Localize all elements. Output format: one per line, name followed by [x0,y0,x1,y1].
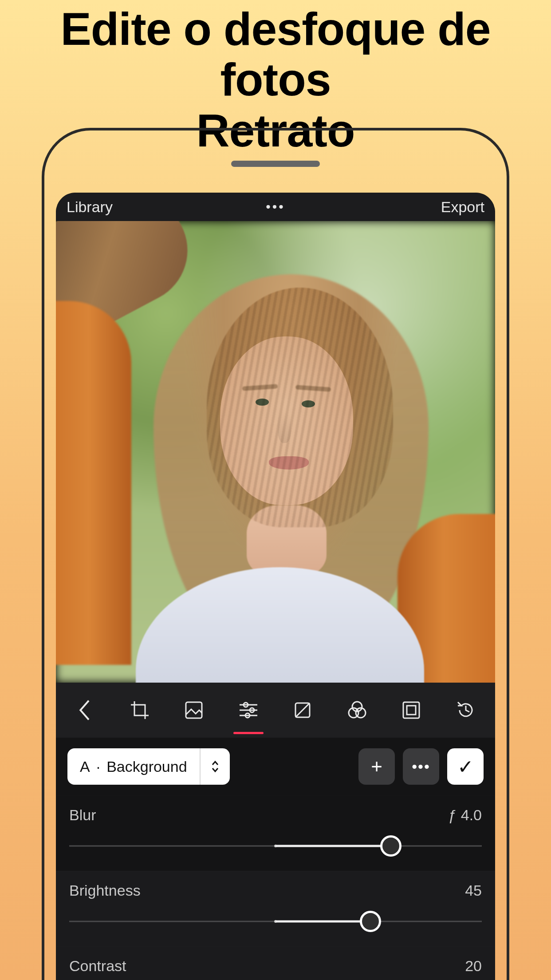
mask-more-button[interactable]: ••• [403,748,439,785]
photo-hair-front [207,288,393,527]
svg-rect-11 [403,702,419,718]
headline-line-1: Edite o desfoque de fotos [60,3,490,105]
more-icon: ••• [412,758,430,775]
export-button[interactable]: Export [441,198,484,216]
slider-value: 20 [465,957,482,975]
confirm-button[interactable]: ✓ [447,748,484,785]
library-button[interactable]: Library [67,198,113,216]
promo-page: Edite o desfoque de fotos Retrato Librar… [0,0,551,980]
crop-tool[interactable] [118,689,161,731]
more-button[interactable]: ••• [266,199,285,214]
slider-thumb[interactable] [360,911,381,932]
mask-switch-button[interactable] [201,759,230,774]
slider-label: Brightness [69,882,141,899]
color-channels-icon [346,699,368,721]
slider-track-brightness[interactable] [69,912,482,931]
adjustment-sliders: Blur ƒ 4.0 Brightness 45 [56,795,495,980]
slider-blur: Blur ƒ 4.0 [56,795,495,871]
slider-fill [276,921,370,923]
image-tool[interactable] [173,689,215,731]
phone-frame: Library ••• Export [42,128,509,980]
photo-preview[interactable] [56,221,495,683]
mask-row: A · Background + ••• [56,738,495,795]
slider-label: Contrast [69,957,126,975]
history-icon [455,699,476,721]
history-tool[interactable] [445,689,487,731]
contrast-tool[interactable] [281,689,324,731]
slider-value: ƒ 4.0 [448,806,482,824]
slider-brightness: Brightness 45 [56,871,495,946]
sliders-icon [238,699,259,721]
adjustments-tool[interactable] [227,689,270,731]
top-bar: Library ••• Export [56,193,495,221]
check-icon: ✓ [457,755,474,778]
slider-track-blur[interactable] [69,836,482,856]
tool-row [56,683,495,738]
chevron-left-icon [78,699,92,721]
mask-selector[interactable]: A · Background [67,748,230,785]
add-mask-button[interactable]: + [358,748,395,785]
color-tool[interactable] [336,689,378,731]
chevron-up-down-icon [210,759,220,774]
frame-tool[interactable] [390,689,433,731]
back-button[interactable] [64,689,106,731]
contrast-icon [292,699,313,721]
mask-name: Background [106,758,187,775]
photo-sleeve-left [56,301,131,665]
svg-rect-12 [407,706,416,715]
crop-icon [129,699,150,721]
app-screen: Library ••• Export [56,193,495,980]
mask-separator: · [96,758,100,775]
phone-speaker [231,161,320,167]
slider-label: Blur [69,806,96,824]
slider-value: 45 [465,882,482,899]
slider-fill [276,845,391,847]
slider-contrast: Contrast 20 [56,946,495,980]
mask-letter: A [80,758,90,775]
plus-icon: + [371,755,382,778]
frame-icon [401,699,422,721]
slider-thumb[interactable] [380,835,401,857]
image-icon [183,699,205,721]
